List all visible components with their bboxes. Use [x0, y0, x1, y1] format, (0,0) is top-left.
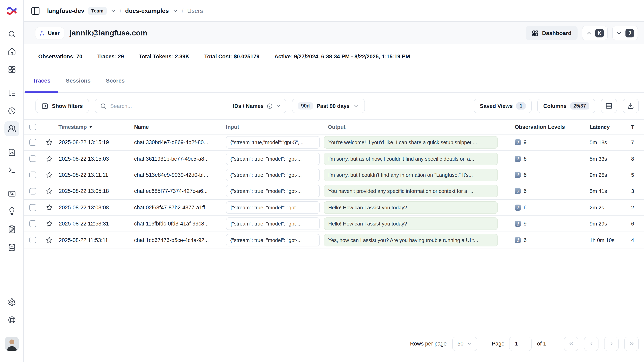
- tab-scores[interactable]: Scores: [98, 69, 132, 92]
- star-icon[interactable]: [46, 138, 53, 146]
- column-header-output[interactable]: Output: [324, 124, 510, 130]
- column-header-total-truncated[interactable]: T: [630, 124, 644, 130]
- export-download-button[interactable]: [623, 99, 639, 113]
- trace-name[interactable]: chat:116fbfdc-0fd3-41af-99c8...: [134, 221, 226, 227]
- trace-input-cell[interactable]: {"stream": true, "model": "gpt-...: [226, 152, 320, 165]
- star-icon[interactable]: [46, 171, 53, 179]
- trace-name[interactable]: chat:1cb67476-b5ce-4c4a-92...: [134, 237, 226, 243]
- column-header-input[interactable]: Input: [226, 124, 324, 130]
- annotation-clipboard-pen-icon[interactable]: [4, 222, 19, 237]
- filter-panel-icon: [42, 102, 48, 109]
- table-row[interactable]: 2025-08-22 12:53:31 chat:116fbfdc-0fd3-4…: [24, 216, 644, 232]
- trace-output-cell[interactable]: Hello! How can I assist you today?: [324, 218, 498, 230]
- trace-input-cell[interactable]: {"stream": true, "model": "gpt-...: [226, 218, 320, 230]
- tab-traces[interactable]: Traces: [25, 69, 58, 92]
- next-user-button[interactable]: J: [612, 26, 638, 40]
- langfuse-logo-icon[interactable]: [6, 5, 18, 17]
- page-number-input[interactable]: [509, 336, 532, 351]
- breadcrumb-section: Users: [187, 7, 203, 14]
- star-icon[interactable]: [46, 204, 53, 212]
- playground-terminal-icon[interactable]: [4, 163, 19, 178]
- dashboard-button[interactable]: Dashboard: [526, 26, 578, 40]
- prompts-file-code-icon[interactable]: [4, 145, 19, 160]
- time-range-button[interactable]: 90d Past 90 days: [292, 99, 365, 113]
- sessions-clock-icon[interactable]: [4, 104, 19, 118]
- previous-page-button[interactable]: [584, 336, 598, 351]
- first-page-button[interactable]: [564, 336, 578, 351]
- breadcrumb-separator: /: [182, 7, 184, 15]
- table-row[interactable]: 2025-08-22 13:05:18 chat:ec685f77-7374-4…: [24, 183, 644, 200]
- last-page-button[interactable]: [624, 336, 639, 351]
- saved-views-button[interactable]: Saved Views 1: [474, 99, 532, 113]
- row-checkbox[interactable]: [30, 188, 36, 194]
- row-checkbox[interactable]: [30, 172, 36, 178]
- project-chevron-down-icon[interactable]: [172, 8, 178, 14]
- column-header-observation-levels[interactable]: Observation Levels: [510, 124, 584, 130]
- trace-input-cell[interactable]: {"stream": true, "model": "gpt-...: [226, 169, 320, 181]
- evaluators-screen-icon[interactable]: [4, 186, 19, 201]
- column-header-latency[interactable]: Latency: [584, 124, 630, 130]
- rows-per-page-select[interactable]: 50: [452, 336, 477, 351]
- sidebar-item-users[interactable]: [4, 121, 19, 136]
- datasets-database-icon[interactable]: [4, 240, 19, 255]
- row-height-button[interactable]: [601, 99, 617, 113]
- tracing-tree-icon[interactable]: [4, 86, 19, 101]
- tab-sessions[interactable]: Sessions: [58, 69, 98, 92]
- show-filters-button[interactable]: Show filters: [36, 99, 89, 113]
- org-chevron-down-icon[interactable]: [110, 8, 116, 14]
- user-avatar[interactable]: [5, 337, 19, 351]
- trace-name[interactable]: chat:ec685f77-7374-427c-a6...: [134, 188, 226, 194]
- sidebar-toggle-icon[interactable]: [30, 5, 41, 16]
- star-icon[interactable]: [46, 236, 53, 244]
- row-checkbox[interactable]: [30, 156, 36, 162]
- breadcrumb-org[interactable]: langfuse-dev: [47, 7, 84, 14]
- trace-name[interactable]: chat:02f63f47-87b2-4377-a1ff...: [134, 204, 226, 210]
- column-header-name[interactable]: Name: [134, 124, 226, 130]
- trace-output-cell[interactable]: I'm sorry, but as of now, I couldn't fin…: [324, 152, 498, 165]
- columns-button[interactable]: Columns 25/37: [537, 99, 595, 113]
- column-header-timestamp[interactable]: Timestamp: [42, 124, 134, 130]
- star-icon[interactable]: [46, 188, 53, 195]
- row-checkbox[interactable]: [30, 139, 36, 146]
- columns-label: Columns: [543, 103, 567, 109]
- search-icon[interactable]: [4, 26, 19, 42]
- gear-icon[interactable]: [4, 295, 19, 310]
- trace-output-cell[interactable]: You’re welcome! If you’d like, I can sha…: [324, 136, 498, 148]
- row-checkbox[interactable]: [30, 237, 36, 244]
- support-lifebuoy-icon[interactable]: [4, 312, 19, 327]
- lightbulb-icon[interactable]: [4, 204, 19, 219]
- trace-output-cell[interactable]: Yes, how can I assist you? Are you havin…: [324, 234, 498, 246]
- trace-output-cell[interactable]: Hello! How can I assist you today?: [324, 201, 498, 214]
- table-row[interactable]: 2025-08-22 13:03:08 chat:02f63f47-87b2-4…: [24, 200, 644, 216]
- pagination-bar: Rows per page 50 Page of 1: [24, 332, 644, 354]
- star-icon[interactable]: [46, 220, 53, 228]
- trace-input-cell[interactable]: {"stream": true, "model": "gpt-...: [226, 234, 320, 246]
- table-row[interactable]: 2025-08-22 13:15:03 chat:3611931b-bc77-4…: [24, 151, 644, 167]
- trace-input-cell[interactable]: {"stream": true, "model": "gpt-...: [226, 201, 320, 214]
- trace-input-cell[interactable]: {"stream":true,"model":"gpt-5",...: [226, 136, 320, 148]
- trace-timestamp: 2025-08-22 13:11:11: [59, 172, 108, 178]
- trace-name[interactable]: chat:513e84e9-9039-42d0-bf...: [134, 172, 226, 178]
- search-scope-selector[interactable]: IDs / Names: [233, 103, 281, 109]
- breadcrumb-project[interactable]: docs-examples: [125, 7, 169, 14]
- select-all-checkbox[interactable]: [30, 124, 36, 130]
- dashboards-icon[interactable]: [4, 62, 19, 77]
- trace-output-cell[interactable]: You haven't provided any specific inform…: [324, 185, 498, 198]
- search-input[interactable]: [110, 103, 229, 109]
- table-row[interactable]: 2025-08-22 13:15:19 chat:330bd4e7-d869-4…: [24, 134, 644, 151]
- table-row[interactable]: 2025-08-22 11:53:11 chat:1cb67476-b5ce-4…: [24, 232, 644, 248]
- trace-name[interactable]: chat:330bd4e7-d869-4b2f-80...: [134, 139, 226, 145]
- home-icon[interactable]: [4, 44, 19, 59]
- rows-per-page-label: Rows per page: [410, 341, 447, 347]
- row-checkbox[interactable]: [30, 220, 36, 227]
- trace-output-cell[interactable]: I'm sorry, but I couldn't find any infor…: [324, 169, 498, 181]
- table-row[interactable]: 2025-08-22 13:11:11 chat:513e84e9-9039-4…: [24, 167, 644, 184]
- trace-name[interactable]: chat:3611931b-bc77-49c5-a8...: [134, 156, 226, 162]
- next-page-button[interactable]: [604, 336, 619, 351]
- row-checkbox[interactable]: [30, 204, 36, 211]
- search-box[interactable]: IDs / Names: [94, 99, 286, 113]
- star-icon[interactable]: [46, 155, 53, 162]
- trace-latency: 5m 41s: [584, 188, 630, 194]
- trace-input-cell[interactable]: {"stream": true, "model": "gpt-...: [226, 185, 320, 198]
- previous-user-button[interactable]: K: [582, 26, 608, 40]
